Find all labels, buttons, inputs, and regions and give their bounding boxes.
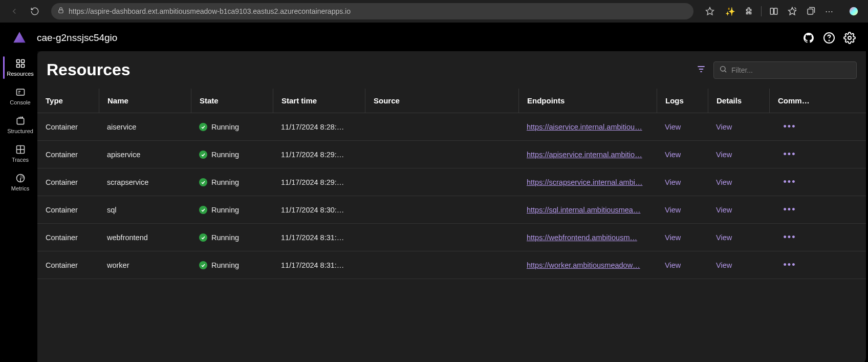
details-link[interactable]: View bbox=[708, 151, 769, 159]
endpoint-link[interactable]: https://aiservice.internal.ambitiou… bbox=[527, 123, 648, 131]
extensions-icon[interactable] bbox=[741, 3, 757, 19]
svg-rect-0 bbox=[59, 10, 63, 13]
cell-name: sql bbox=[99, 206, 191, 214]
column-header[interactable]: Source bbox=[365, 89, 518, 113]
collections-icon[interactable] bbox=[802, 3, 819, 19]
url-bar[interactable]: https://aspire-dashboard.ext.ambitiousme… bbox=[51, 3, 693, 19]
endpoint-link[interactable]: https://webfrontend.ambitiousm… bbox=[527, 233, 648, 242]
cell-state: Running bbox=[191, 206, 273, 214]
table-row: Container aiservice Running 11/17/2024 8… bbox=[37, 113, 866, 141]
table-row: Container apiservice Running 11/17/2024 … bbox=[37, 141, 866, 168]
logs-link[interactable]: View bbox=[657, 261, 708, 269]
sidebar-item-resources[interactable]: Resources bbox=[3, 53, 37, 82]
sidebar-item-label: Traces bbox=[12, 157, 29, 163]
commands-button[interactable]: ••• bbox=[769, 260, 810, 270]
cell-state: Running bbox=[191, 151, 273, 159]
svg-point-10 bbox=[848, 36, 851, 39]
status-running-icon bbox=[199, 233, 207, 242]
state-text: Running bbox=[211, 178, 239, 186]
svg-rect-6 bbox=[808, 9, 813, 15]
column-header[interactable]: Details bbox=[708, 89, 769, 113]
svg-rect-2 bbox=[770, 8, 773, 14]
sidebar-item-label: Resources bbox=[7, 71, 34, 77]
more-icon[interactable]: ⋯ bbox=[821, 3, 837, 19]
search-box[interactable] bbox=[713, 61, 857, 79]
github-icon[interactable] bbox=[802, 32, 815, 44]
details-link[interactable]: View bbox=[708, 206, 769, 214]
svg-line-5 bbox=[795, 8, 796, 9]
commands-button[interactable]: ••• bbox=[769, 149, 810, 160]
table-row: Container webfrontend Running 11/17/2024… bbox=[37, 224, 866, 251]
endpoint-link[interactable]: https://scrapservice.internal.ambi… bbox=[527, 178, 648, 186]
commands-button[interactable]: ••• bbox=[769, 204, 810, 215]
cell-type: Container bbox=[37, 233, 99, 242]
url-text: https://aspire-dashboard.ext.ambitiousme… bbox=[69, 7, 351, 15]
help-icon[interactable] bbox=[823, 32, 835, 44]
lock-icon bbox=[57, 7, 64, 16]
details-link[interactable]: View bbox=[708, 123, 769, 131]
app-window: cae-g2nssjsc54gio Resources Console Stru… bbox=[2, 25, 866, 362]
cell-state: Running bbox=[191, 233, 273, 242]
favorites-icon[interactable] bbox=[784, 3, 800, 19]
sidebar-item-metrics[interactable]: Metrics bbox=[3, 168, 37, 197]
cell-start-time: 11/17/2024 8:28:… bbox=[273, 123, 365, 131]
cell-name: scrapservice bbox=[99, 178, 191, 186]
column-header[interactable]: State bbox=[191, 89, 273, 113]
logs-link[interactable]: View bbox=[657, 178, 708, 186]
cell-endpoint: https://sql.internal.ambitiousmea… bbox=[518, 206, 657, 214]
logs-link[interactable]: View bbox=[657, 151, 708, 159]
endpoint-link[interactable]: https://worker.ambitiousmeadow… bbox=[527, 261, 648, 269]
state-text: Running bbox=[211, 206, 239, 214]
traces-icon bbox=[15, 144, 26, 155]
console-icon bbox=[15, 87, 26, 97]
logs-link[interactable]: View bbox=[657, 233, 708, 242]
endpoint-link[interactable]: https://apiservice.internal.ambitio… bbox=[527, 151, 648, 159]
cell-type: Container bbox=[37, 206, 99, 214]
logs-link[interactable]: View bbox=[657, 123, 708, 131]
refresh-button[interactable] bbox=[27, 3, 43, 19]
column-header[interactable]: Name bbox=[99, 89, 191, 113]
cell-start-time: 11/17/2024 8:29:… bbox=[273, 151, 365, 159]
commands-button[interactable]: ••• bbox=[769, 177, 810, 187]
status-running-icon bbox=[199, 178, 207, 186]
column-header[interactable]: Start time bbox=[273, 89, 365, 113]
column-header[interactable]: Endpoints bbox=[518, 89, 657, 113]
back-button[interactable] bbox=[6, 3, 23, 19]
browser-chrome: https://aspire-dashboard.ext.ambitiousme… bbox=[0, 0, 868, 23]
commands-button[interactable]: ••• bbox=[769, 121, 810, 132]
sparkle-icon[interactable]: ✨ bbox=[722, 3, 739, 19]
sidebar-item-console[interactable]: Console bbox=[3, 82, 37, 111]
cell-endpoint: https://webfrontend.ambitiousm… bbox=[518, 233, 657, 242]
cell-name: apiservice bbox=[99, 151, 191, 159]
cell-name: webfrontend bbox=[99, 233, 191, 242]
endpoint-link[interactable]: https://sql.internal.ambitiousmea… bbox=[527, 206, 648, 214]
svg-point-7 bbox=[850, 7, 858, 16]
favorite-button[interactable] bbox=[702, 3, 718, 19]
svg-rect-3 bbox=[774, 8, 777, 14]
cell-endpoint: https://scrapservice.internal.ambi… bbox=[518, 178, 657, 186]
sidebar-item-label: Metrics bbox=[11, 185, 29, 191]
split-screen-icon[interactable] bbox=[766, 3, 782, 19]
details-link[interactable]: View bbox=[708, 261, 769, 269]
details-link[interactable]: View bbox=[708, 178, 769, 186]
column-header[interactable]: Type bbox=[37, 96, 99, 105]
cell-endpoint: https://worker.ambitiousmeadow… bbox=[518, 261, 657, 269]
copilot-icon[interactable] bbox=[845, 3, 862, 19]
column-header[interactable]: Logs bbox=[657, 89, 708, 113]
state-text: Running bbox=[211, 151, 239, 159]
table-row: Container sql Running 11/17/2024 8:30:… … bbox=[37, 196, 866, 224]
table-row: Container scrapservice Running 11/17/202… bbox=[37, 168, 866, 196]
filter-icon[interactable] bbox=[696, 64, 706, 76]
search-icon bbox=[719, 65, 727, 75]
logs-link[interactable]: View bbox=[657, 206, 708, 214]
settings-icon[interactable] bbox=[843, 32, 856, 44]
commands-button[interactable]: ••• bbox=[769, 232, 810, 243]
sidebar-item-traces[interactable]: Traces bbox=[3, 139, 37, 168]
details-link[interactable]: View bbox=[708, 233, 769, 242]
cell-state: Running bbox=[191, 123, 273, 131]
svg-rect-18 bbox=[17, 118, 24, 124]
svg-point-19 bbox=[21, 117, 23, 118]
sidebar-item-structured[interactable]: Structured bbox=[3, 111, 37, 139]
column-header[interactable]: Comm… bbox=[769, 89, 810, 113]
search-input[interactable] bbox=[731, 66, 851, 74]
